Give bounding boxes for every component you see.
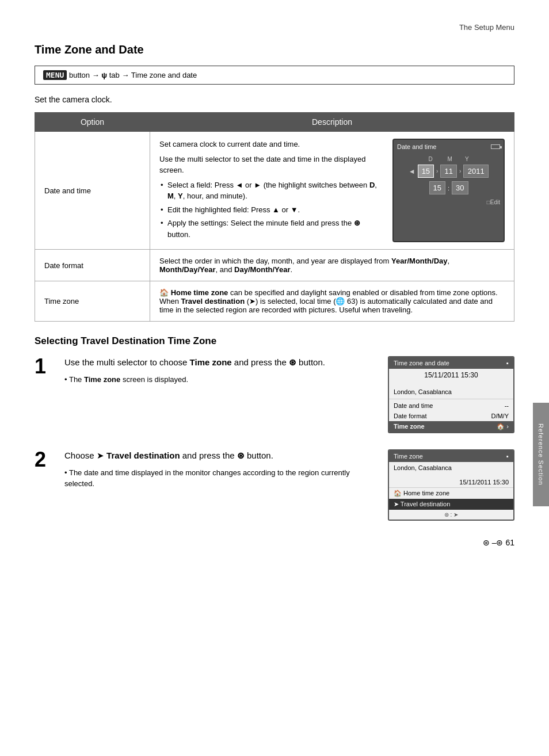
table-row: Date format Select the order in which th… bbox=[35, 250, 514, 281]
sidebar-reference: Reference Section bbox=[533, 403, 549, 506]
desc-time-zone: 🏠 Home time zone can be specified and da… bbox=[150, 281, 514, 322]
step-1-note: The Time zone screen is displayed. bbox=[64, 374, 374, 385]
section-header: The Setup Menu bbox=[35, 23, 514, 32]
step-2-number: 2 bbox=[35, 449, 51, 470]
col-header-description: Description bbox=[150, 113, 514, 132]
table-row: Time zone 🏠 Home time zone can be specif… bbox=[35, 281, 514, 322]
step-1-content: Use the multi selector to choose Time zo… bbox=[64, 356, 374, 385]
intro-text: Set the camera clock. bbox=[35, 95, 514, 104]
section2-title: Selecting Travel Destination Time Zone bbox=[35, 335, 514, 347]
step-2-screen: Time zone ▪ London, Casablanca 15/11/201… bbox=[388, 449, 514, 521]
step-2-text: Choose ➤ Travel destination and press th… bbox=[64, 449, 374, 463]
desc-date-time: Set camera clock to current date and tim… bbox=[150, 132, 514, 250]
step-1-text: Use the multi selector to choose Time zo… bbox=[64, 356, 374, 369]
home-time-zone-option: 🏠 Home time zone bbox=[389, 488, 513, 499]
step-2-content: Choose ➤ Travel destination and press th… bbox=[64, 449, 374, 490]
ok-bar: ⊛ : ➤ bbox=[389, 510, 513, 520]
option-time-zone: Time zone bbox=[35, 281, 150, 322]
steps-container: 1 Use the multi selector to choose Time … bbox=[35, 356, 514, 521]
camera-screen-datetime: Date and time D M Y ◄ 15 › bbox=[392, 139, 505, 242]
page-icon: ⊛ bbox=[483, 538, 490, 547]
page-title: Time Zone and Date bbox=[35, 43, 514, 56]
dash-icon: –⊛ bbox=[492, 538, 504, 547]
option-date-time: Date and time bbox=[35, 132, 150, 250]
page-footer: ⊛ –⊛ 61 bbox=[35, 538, 514, 547]
col-header-option: Option bbox=[35, 113, 150, 132]
options-table: Option Description Date and time Set cam… bbox=[35, 112, 514, 322]
menu-path-text: button → ψ tab → Time zone and date bbox=[69, 71, 197, 79]
page-number: ⊛ –⊛ 61 bbox=[483, 538, 514, 547]
table-row: Date and time Set camera clock to curren… bbox=[35, 132, 514, 250]
step-1-screen: Time zone and date ▪ 15/11/2011 15:30 Lo… bbox=[388, 356, 514, 433]
travel-destination-option: ➤ Travel destination bbox=[389, 499, 513, 510]
menu-keyword: MENU bbox=[43, 70, 67, 80]
battery-icon bbox=[491, 144, 500, 149]
step-1-number: 1 bbox=[35, 356, 51, 377]
step-2: 2 Choose ➤ Travel destination and press … bbox=[35, 449, 514, 521]
page-num-text: 61 bbox=[505, 538, 514, 547]
desc-date-format: Select the order in which the day, month… bbox=[150, 250, 514, 281]
step-1: 1 Use the multi selector to choose Time … bbox=[35, 356, 514, 433]
section-title: The Setup Menu bbox=[459, 23, 514, 32]
option-date-format: Date format bbox=[35, 250, 150, 281]
menu-path-bar: MENU button → ψ tab → Time zone and date bbox=[35, 66, 514, 85]
step-2-note: The date and time displayed in the monit… bbox=[64, 467, 374, 490]
